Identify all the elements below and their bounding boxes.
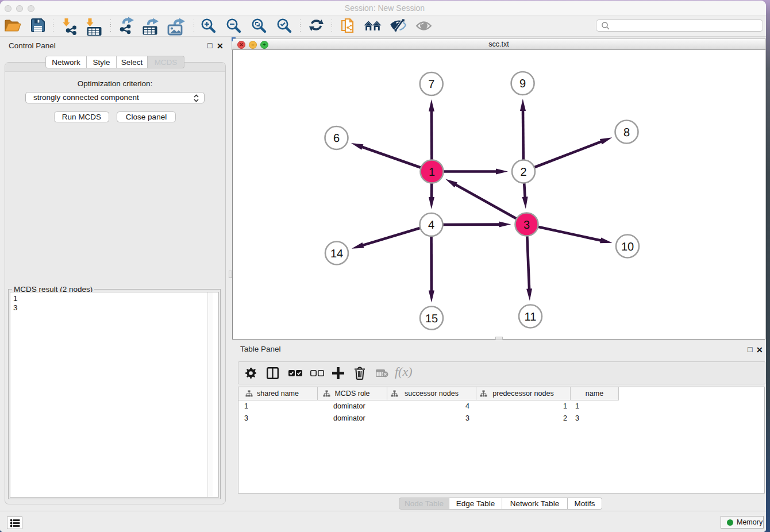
svg-text:15: 15	[425, 313, 438, 325]
svg-text:8: 8	[623, 126, 630, 139]
svg-text:7: 7	[428, 78, 434, 91]
svg-text:9: 9	[519, 78, 526, 90]
svg-text:1: 1	[429, 166, 435, 179]
svg-text:14: 14	[330, 248, 343, 260]
svg-text:10: 10	[621, 241, 634, 253]
svg-text:11: 11	[525, 311, 537, 323]
svg-text:3: 3	[523, 219, 530, 232]
svg-text:2: 2	[520, 166, 526, 179]
svg-text:6: 6	[333, 132, 340, 145]
svg-text:4: 4	[428, 219, 434, 232]
